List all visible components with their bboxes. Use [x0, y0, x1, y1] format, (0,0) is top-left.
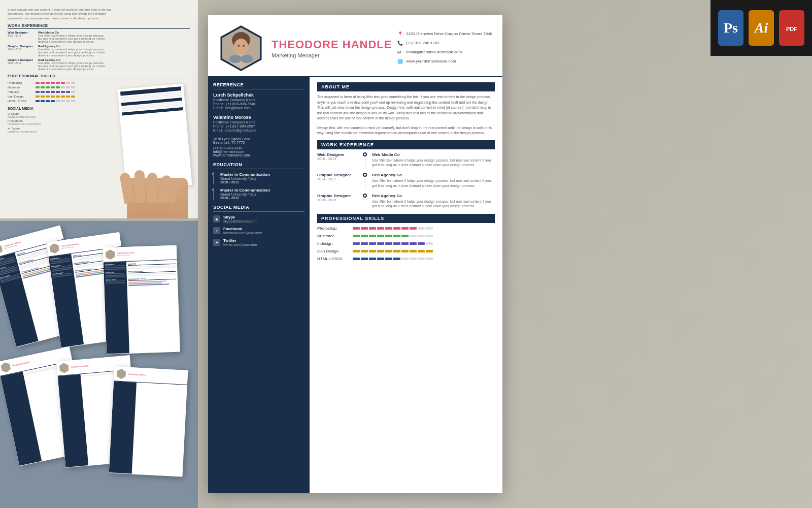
- skill-icon-design-bar: [353, 250, 433, 252]
- ref-1-email: Email: info@lance.com: [213, 106, 304, 110]
- ref-1-company: Positionat Company Name: [213, 98, 304, 102]
- education-section-label: EDUCATION: [213, 162, 304, 169]
- card-6: THEODORE HANDLE: [109, 366, 188, 477]
- work-item-3: Graphic Designer 2018 - 2019 Red Agency …: [317, 194, 495, 209]
- skill-photoshop-label: Photoshop: [317, 226, 353, 231]
- ref-1-name: Lurch Schpellchek: [213, 92, 304, 98]
- edu-1-school: Grand University / Italy: [220, 177, 304, 180]
- contact-address: 2231 Glenview Drive Corpus Christi Texas…: [406, 30, 492, 38]
- edu-2: Master in Communication Grand University…: [213, 188, 304, 200]
- svg-point-6: [238, 45, 240, 47]
- work-1-company: Web Media Co: [372, 152, 495, 157]
- work-3-role: Graphic Designer: [317, 194, 358, 198]
- resume-body: REFERENCE Lurch Schpellchek Positionat C…: [208, 77, 502, 493]
- edu-1: Master in Communication Grand University…: [213, 172, 304, 184]
- illustrator-icon[interactable]: Ai: [749, 10, 774, 46]
- about-text-2: Design first, with real content in mind …: [317, 125, 495, 136]
- skill-photoshop: Photoshop: [317, 226, 495, 231]
- work-3-years: 2018 - 2019: [317, 198, 358, 202]
- snippet-top-area: of real content with real content in min…: [0, 0, 198, 218]
- edu-2-year: 2010 - 2012: [220, 196, 304, 200]
- contact-website: www.yourdomainname.com: [406, 58, 456, 65]
- work-1-years: 2010 - 2013: [317, 157, 358, 161]
- resume-contact: 📍 2231 Glenview Drive Corpus Christi Tex…: [397, 30, 492, 67]
- skype-label: Skype: [223, 215, 256, 219]
- email-icon: ✉: [397, 48, 403, 56]
- skill-html-css: HTML / CSS3: [317, 257, 495, 261]
- twitter-label: Twitter: [223, 238, 257, 243]
- work-2-role: Graphic Designer: [317, 173, 358, 177]
- svg-point-9: [241, 55, 253, 63]
- website-icon: 🌐: [397, 57, 403, 66]
- ref-1-phone: Phone: (+1)503-939-7240: [213, 102, 304, 106]
- work-item-2: Graphic Designer 2014 - 2017 Red Agency …: [317, 173, 495, 188]
- resume-name: THEODORE HANDLE: [272, 38, 397, 51]
- bottom-left-panel: THEODORE HANDLE Marketing Manager REFERE…: [0, 221, 198, 508]
- skill-icon-design-label: Icon Design: [317, 249, 353, 253]
- ref-2: Valentino Morose Positionat Company Name…: [213, 115, 304, 132]
- work-2-desc: Use filler text where it helps your desi…: [372, 178, 495, 188]
- skill-html-css-bar: [353, 258, 433, 260]
- twitter-handle-resume: twitter.com/yourname: [223, 243, 257, 246]
- svg-point-7: [243, 45, 245, 47]
- skill-photoshop-bar: [353, 227, 433, 230]
- skill-icon-design: Icon Design: [317, 249, 495, 253]
- skill-html-css-label: HTML / CSS3: [317, 257, 353, 261]
- ref-2-phone: Phone: (+1)817-894-2997: [213, 124, 304, 128]
- snippet-work-title: WORK EXPERIENCE: [8, 23, 190, 29]
- social-skype: ◈ Skype skype@address.com: [213, 215, 304, 223]
- skill-indesign: Indesign: [317, 241, 495, 246]
- skills-section-header: PROFESSIONAL SKILLS: [317, 214, 495, 223]
- work-section-header: WORK EXPERIENCE: [317, 140, 495, 149]
- pdf-icon[interactable]: PDF: [779, 10, 804, 46]
- edu-1-degree: Master in Communication: [220, 172, 304, 177]
- address-block: 1876 Lynn Ogden Lane Beaumont, TX 7770 (…: [213, 137, 304, 157]
- facebook-icon: f: [213, 227, 220, 234]
- about-section-header: ABOUT ME: [317, 82, 495, 91]
- resume-left-column: REFERENCE Lurch Schpellchek Positionat C…: [208, 77, 310, 493]
- svg-point-8: [229, 55, 242, 63]
- card-3: THEODORE HANDLE Marketing Manager REFERE…: [103, 245, 180, 355]
- ref-2-name: Valentino Morose: [213, 115, 304, 120]
- skill-indesign-bar: [353, 242, 433, 245]
- resume-right-column: ABOUT ME The argument in favor of using …: [310, 77, 502, 493]
- facebook-label: Facebook: [223, 227, 262, 231]
- skill-illustrator-bar: [353, 235, 433, 237]
- facebook-handle: facebook.com/yourname: [223, 231, 262, 235]
- ref-2-company: Positionat Company Name: [213, 120, 304, 124]
- work-1-role: Web Designer: [317, 152, 358, 157]
- work-2-timeline: [362, 173, 368, 188]
- work-item-1: Web Designer 2010 - 2013 Web Media Co Us…: [317, 152, 495, 168]
- phone-icon: 📞: [397, 39, 403, 47]
- work-3-timeline: [362, 194, 368, 209]
- about-text-1: The argument in favor of using filler te…: [317, 94, 495, 121]
- address-icon: 📍: [397, 30, 403, 38]
- work-2-company: Red Agency Co: [372, 173, 495, 177]
- work-2-years: 2014 - 2017: [317, 177, 358, 181]
- twitter-icon: ✦: [213, 239, 220, 246]
- work-1-desc: Use filler text where it helps your desi…: [372, 158, 495, 168]
- skype-handle: skype@address.com: [223, 219, 256, 223]
- resume-name-block: THEODORE HANDLE Marketing Menager: [272, 38, 397, 58]
- resume-job-title: Marketing Menager: [272, 52, 397, 58]
- social-twitter: ✦ Twitter twitter.com/yourname: [213, 238, 304, 246]
- resume-header: THEODORE HANDLE Marketing Menager 📍 2231…: [208, 15, 502, 77]
- main-resume: THEODORE HANDLE Marketing Menager 📍 2231…: [208, 15, 502, 493]
- edu-1-year: 2010 - 2012: [220, 180, 304, 184]
- skill-illustrator: Illustrator: [317, 234, 495, 238]
- skill-indesign-label: Indesign: [317, 241, 353, 246]
- contact-phone: (+1) 913 240 1782: [406, 40, 439, 47]
- contact-email: email@theodore.hermann.com: [406, 49, 462, 56]
- skill-illustrator-label: Illustrator: [317, 234, 353, 238]
- skype-icon: ◈: [213, 215, 220, 223]
- photoshop-icon[interactable]: Ps: [718, 10, 743, 46]
- svg-point-4: [234, 39, 248, 55]
- toolbar: Ps Ai PDF: [710, 0, 812, 56]
- work-1-timeline: [362, 152, 368, 168]
- ref-2-email: Email: coburn@gmail.com: [213, 129, 304, 132]
- ref-1: Lurch Schpellchek Positionat Company Nam…: [213, 92, 304, 110]
- social-section-label: SOCIAL MEDIA: [213, 205, 304, 212]
- work-3-desc: Use filler text where it helps your desi…: [372, 199, 495, 209]
- svg-text:PDF: PDF: [786, 26, 797, 32]
- edu-2-school: Grand University / Italy: [220, 193, 304, 196]
